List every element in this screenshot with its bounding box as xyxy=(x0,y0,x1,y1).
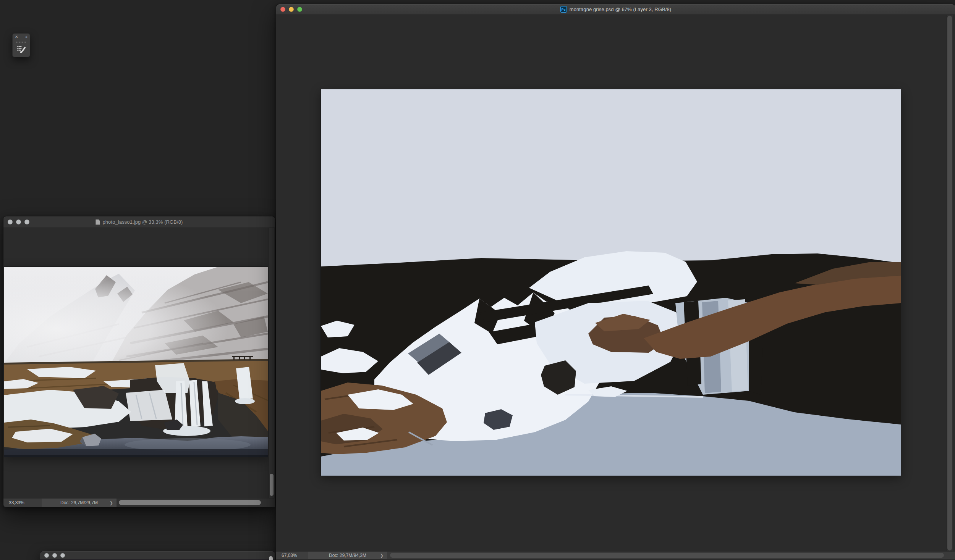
photo-image xyxy=(4,267,268,457)
psd-window-titlebar[interactable]: Ps montagne grise.psd @ 67% (Layer 3, RG… xyxy=(276,4,955,15)
zoom-level-field[interactable]: 33,33% xyxy=(3,499,42,507)
doc-size-info[interactable]: Doc: 29,7M/29,7M ❯ xyxy=(42,499,117,507)
partial-window-scrollbar-thumb[interactable] xyxy=(269,556,273,560)
photo-statusbar: 33,33% Doc: 29,7M/29,7M ❯ xyxy=(3,498,275,507)
zoom-button[interactable] xyxy=(24,219,29,224)
psd-statusbar: 67,03% Doc: 29,7M/94,3M ❯ xyxy=(276,551,955,559)
photo-window-title: photo_lasso1.jpg @ 33,3% (RGB/8) xyxy=(102,219,183,225)
minimize-button[interactable] xyxy=(52,553,57,558)
document-icon xyxy=(96,219,100,225)
psd-canvas[interactable] xyxy=(276,15,955,551)
doc-size-label: Doc: 29,7M/94,3M xyxy=(329,553,366,558)
psd-horizontal-scrollbar[interactable] xyxy=(387,552,955,559)
partial-window-titlebar[interactable] xyxy=(40,551,275,560)
close-button[interactable] xyxy=(44,553,49,558)
close-button[interactable] xyxy=(280,7,285,12)
psd-horizontal-scrollbar-thumb[interactable] xyxy=(390,553,944,558)
partial-window xyxy=(40,551,275,560)
photo-vertical-scrollbar-thumb[interactable] xyxy=(270,474,274,496)
photo-vertical-scrollbar[interactable] xyxy=(269,228,274,498)
status-chevron-icon[interactable]: ❯ xyxy=(110,500,113,505)
doc-size-label: Doc: 29,7M/29,7M xyxy=(60,500,98,505)
photo-window: photo_lasso1.jpg @ 33,3% (RGB/8) xyxy=(3,216,275,507)
floating-tool-panel[interactable]: ✕ » xyxy=(12,33,30,57)
desktop: ✕ » pho xyxy=(0,0,955,560)
photo-canvas[interactable] xyxy=(3,228,274,498)
status-chevron-icon[interactable]: ❯ xyxy=(380,553,384,558)
zoom-level-field[interactable]: 67,03% xyxy=(276,552,308,559)
zoom-button[interactable] xyxy=(60,553,65,558)
panel-collapse-icon[interactable]: » xyxy=(25,35,28,39)
psd-window-title: montagne grise.psd @ 67% (Layer 3, RGB/8… xyxy=(570,6,672,12)
psd-artwork xyxy=(321,89,901,476)
photoshop-file-icon: Ps xyxy=(560,6,567,13)
zoom-button[interactable] xyxy=(297,7,302,12)
photo-horizontal-scrollbar[interactable] xyxy=(117,499,275,507)
doc-size-info[interactable]: Doc: 29,7M/94,3M ❯ xyxy=(308,552,387,559)
psd-vertical-scrollbar-thumb[interactable] xyxy=(947,16,952,550)
brush-settings-icon[interactable] xyxy=(16,45,26,53)
close-button[interactable] xyxy=(8,219,13,224)
minimize-button[interactable] xyxy=(289,7,294,12)
psd-vertical-scrollbar[interactable] xyxy=(946,15,953,551)
panel-drag-grip[interactable] xyxy=(16,42,27,43)
panel-close-icon[interactable]: ✕ xyxy=(15,35,18,39)
photo-horizontal-scrollbar-thumb[interactable] xyxy=(119,500,261,505)
psd-window: Ps montagne grise.psd @ 67% (Layer 3, RG… xyxy=(276,4,955,560)
minimize-button[interactable] xyxy=(16,219,21,224)
photo-window-titlebar[interactable]: photo_lasso1.jpg @ 33,3% (RGB/8) xyxy=(3,216,275,228)
